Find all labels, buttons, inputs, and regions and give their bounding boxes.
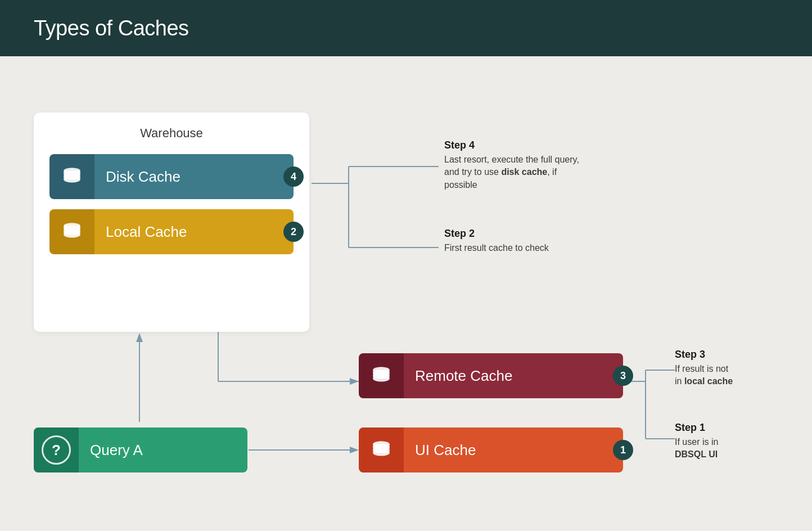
remote-cache-badge: 3 [613, 366, 633, 386]
disk-cache-badge: 4 [283, 166, 304, 187]
svg-point-28 [64, 232, 80, 238]
warehouse-box: Warehouse Disk Cache [34, 112, 309, 332]
svg-point-35 [373, 376, 389, 382]
ui-cache-label: UI Cache [415, 442, 476, 459]
step2-box: Step 2 First result cache to check [444, 228, 549, 254]
remote-cache-item: Remote Cache 3 [359, 353, 623, 398]
disk-cache-icon-area [49, 154, 94, 199]
disk-cache-icon [60, 165, 84, 188]
svg-marker-5 [136, 333, 143, 342]
step3-text: If result is notin local cache [675, 363, 733, 388]
ui-cache-icon-area [359, 428, 404, 472]
query-label: Query A [90, 442, 143, 459]
step4-text: Last resort, execute the full query,and … [444, 154, 590, 191]
local-cache-icon-area [49, 209, 94, 254]
query-icon-area: ? [34, 428, 79, 472]
step2-title: Step 2 [444, 228, 549, 240]
step3-title: Step 3 [675, 349, 733, 361]
step2-text: First result cache to check [444, 242, 549, 254]
local-cache-item: Local Cache 2 [49, 209, 294, 254]
main-content: Warehouse Disk Cache [0, 56, 812, 531]
query-icon: ? [42, 435, 71, 465]
query-label-area: Query A [79, 428, 247, 472]
remote-cache-label-area: Remote Cache [404, 353, 623, 398]
step1-box: Step 1 If user is inDBSQL UI [675, 422, 718, 461]
svg-marker-10 [350, 447, 359, 453]
step4-box: Step 4 Last resort, execute the full que… [444, 140, 590, 191]
step1-title: Step 1 [675, 422, 718, 434]
local-cache-badge: 2 [283, 222, 304, 242]
warehouse-label: Warehouse [49, 126, 294, 141]
disk-cache-label: Disk Cache [106, 168, 181, 186]
svg-marker-8 [350, 378, 359, 385]
ui-cache-icon [369, 438, 393, 462]
step1-text: If user is inDBSQL UI [675, 436, 718, 461]
step3-box: Step 3 If result is notin local cache [675, 349, 733, 388]
svg-point-42 [373, 450, 389, 456]
disk-cache-label-area: Disk Cache [94, 154, 294, 199]
disk-cache-item: Disk Cache 4 [49, 154, 294, 199]
remote-cache-icon-area [359, 353, 404, 398]
query-item: ? Query A [34, 428, 247, 472]
header: Types of Caches [0, 0, 812, 56]
local-cache-label: Local Cache [106, 223, 187, 241]
local-cache-label-area: Local Cache [94, 209, 294, 254]
ui-cache-badge: 1 [613, 440, 633, 460]
svg-point-21 [64, 177, 80, 183]
remote-cache-icon [369, 364, 393, 388]
page-title: Types of Caches [34, 16, 189, 40]
local-cache-icon [60, 220, 84, 244]
ui-cache-label-area: UI Cache [404, 428, 623, 472]
step4-title: Step 4 [444, 140, 590, 151]
remote-cache-label: Remote Cache [415, 367, 512, 385]
ui-cache-item: UI Cache 1 [359, 428, 623, 472]
